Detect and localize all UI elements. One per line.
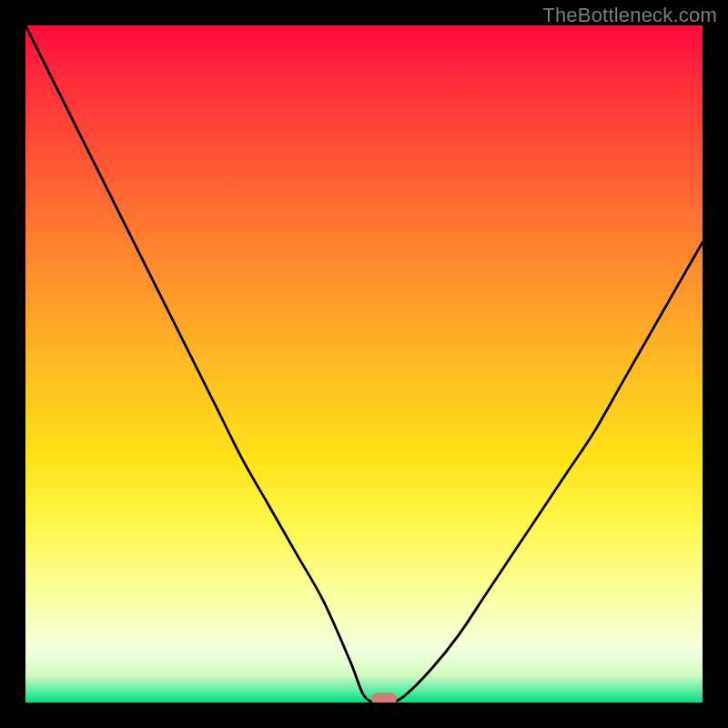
bottleneck-curve-path: [25, 25, 703, 703]
watermark-text: TheBottleneck.com: [542, 4, 717, 27]
chart-stage: TheBottleneck.com: [0, 0, 728, 728]
curve-svg: [25, 25, 703, 703]
optimum-marker: [371, 693, 397, 703]
plot-area: [25, 25, 703, 703]
